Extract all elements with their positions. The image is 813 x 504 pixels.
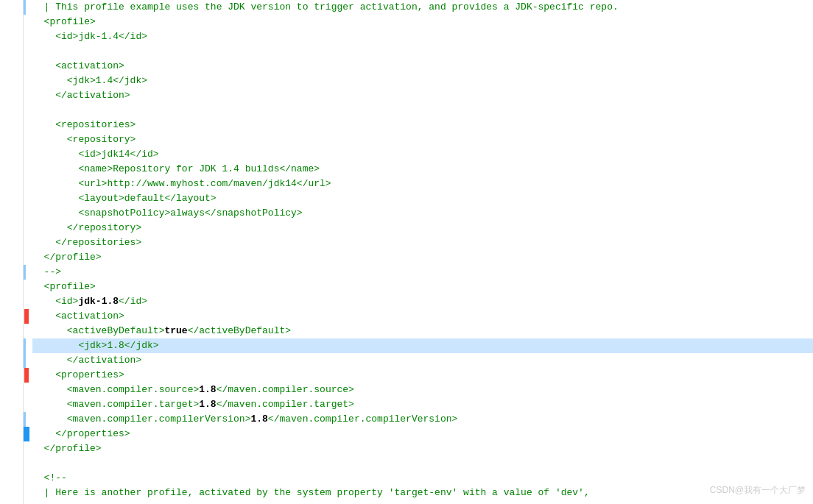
line-marker-4 xyxy=(24,353,26,368)
code-line-32 xyxy=(32,456,813,471)
code-line-3: <id>jdk-1.4</id> xyxy=(32,29,813,44)
tag-17: </repositories> xyxy=(32,237,141,248)
editor-container: | This profile example uses the JDK vers… xyxy=(0,0,813,504)
line-numbers xyxy=(0,0,24,504)
ln-3 xyxy=(3,29,17,44)
tag-26: <properties> xyxy=(32,369,124,380)
tag-13: <url>http://www.myhost.com/maven/jdk14</… xyxy=(32,178,331,189)
code-line-14: <layout>default</layout> xyxy=(32,191,813,206)
comment-19: --> xyxy=(32,266,61,277)
tag-29a: <maven.compiler.compilerVersion> xyxy=(32,414,250,425)
tag-16: </repository> xyxy=(32,222,141,233)
tag-12: <name>Repository for JDK 1.4 builds</nam… xyxy=(32,163,320,174)
ln-20 xyxy=(3,280,17,294)
code-line-8 xyxy=(32,103,813,118)
line-marker-2 xyxy=(24,265,26,280)
ln-7 xyxy=(3,88,17,103)
bookmark-marker xyxy=(24,427,29,441)
tag-30: </properties> xyxy=(32,428,130,439)
comment-34: | Here is another profile, activated by … xyxy=(32,487,590,498)
watermark: CSDN@我有一个大厂梦 xyxy=(710,484,806,497)
ln-1 xyxy=(3,0,17,15)
tag-28a: <maven.compiler.target> xyxy=(32,399,199,410)
tag-31: </profile> xyxy=(32,443,102,454)
code-line-31: </profile> xyxy=(32,441,813,456)
tag-2: <profile> xyxy=(32,16,96,27)
code-line-2: <profile> xyxy=(32,15,813,29)
tag-23a: <activeByDefault> xyxy=(32,325,164,336)
error-marker-2 xyxy=(24,368,29,383)
tag-25: </activation> xyxy=(32,355,141,366)
tag-9: <repositories> xyxy=(32,119,136,130)
tag-20: <profile> xyxy=(32,281,96,292)
code-line-33: <!-- xyxy=(32,471,813,486)
bold-21: jdk-1.8 xyxy=(78,296,119,307)
ln-33 xyxy=(3,471,17,486)
code-line-6: <jdk>1.4</jdk> xyxy=(32,74,813,88)
ln-13 xyxy=(3,177,17,191)
ln-30 xyxy=(3,427,17,441)
gutter xyxy=(24,0,29,504)
ln-10 xyxy=(3,132,17,147)
ln-11 xyxy=(3,147,17,162)
ln-31 xyxy=(3,441,17,456)
ln-23 xyxy=(3,324,17,338)
ln-32 xyxy=(3,456,17,471)
tag-15: <snapshotPolicy>always</snapshotPolicy> xyxy=(32,207,303,219)
code-line-21: <id>jdk-1.8</id> xyxy=(32,294,813,309)
bold-27: 1.8 xyxy=(199,384,216,395)
line-marker-3 xyxy=(24,338,26,353)
tag-11: <id>jdk14</id> xyxy=(32,149,159,160)
ln-27 xyxy=(3,383,17,397)
tag-27b: </maven.compiler.source> xyxy=(217,384,354,395)
ln-9 xyxy=(3,118,17,132)
ln-28 xyxy=(3,397,17,412)
tag-21b: </id> xyxy=(119,296,147,307)
tag-5: <activation> xyxy=(32,60,124,71)
code-line-34: | Here is another profile, activated by … xyxy=(32,486,813,500)
code-line-19: --> xyxy=(32,265,813,280)
code-line-17: </repositories> xyxy=(32,235,813,250)
code-line-24: <jdk>1.8</jdk> xyxy=(32,338,813,353)
code-line-9: <repositories> xyxy=(32,118,813,132)
line-marker-5 xyxy=(24,412,26,427)
ln-5 xyxy=(3,59,17,74)
code-line-16: </repository> xyxy=(32,221,813,235)
ln-26 xyxy=(3,368,17,383)
code-line-10: <repository> xyxy=(32,132,813,147)
ln-15 xyxy=(3,206,17,221)
code-line-29: <maven.compiler.compilerVersion>1.8</mav… xyxy=(32,412,813,427)
code-line-11: <id>jdk14</id> xyxy=(32,147,813,162)
tag-10: <repository> xyxy=(32,134,136,145)
code-line-7: </activation> xyxy=(32,88,813,103)
tag-22: <activation> xyxy=(32,310,124,322)
code-line-30: </properties> xyxy=(32,427,813,441)
code-line-28: <maven.compiler.target>1.8</maven.compil… xyxy=(32,397,813,412)
ln-2 xyxy=(3,15,17,29)
bold-29: 1.8 xyxy=(250,414,267,425)
code-line-22: <activation> xyxy=(32,309,813,324)
code-line-15: <snapshotPolicy>always</snapshotPolicy> xyxy=(32,206,813,221)
bold-28: 1.8 xyxy=(199,399,216,410)
comment-33: <!-- xyxy=(32,472,67,483)
code-line-25: </activation> xyxy=(32,353,813,368)
tag-21a: <id> xyxy=(32,296,78,307)
code-line-23: <activeByDefault>true</activeByDefault> xyxy=(32,324,813,338)
code-line-5: <activation> xyxy=(32,59,813,74)
ln-25 xyxy=(3,353,17,368)
code-area[interactable]: | This profile example uses the JDK vers… xyxy=(29,0,813,504)
code-line-4 xyxy=(32,44,813,59)
tag-18: </profile> xyxy=(32,252,102,263)
ln-24 xyxy=(3,338,17,353)
ln-17 xyxy=(3,235,17,250)
ln-16 xyxy=(3,221,17,235)
tag-14: <layout>default</layout> xyxy=(32,193,217,204)
ln-4 xyxy=(3,44,17,59)
code-line-1: | This profile example uses the JDK vers… xyxy=(32,0,813,15)
tag-6: <jdk>1.4</jdk> xyxy=(32,75,147,86)
bold-23: true xyxy=(164,325,187,336)
code-line-27: <maven.compiler.source>1.8</maven.compil… xyxy=(32,383,813,397)
code-line-26: <properties> xyxy=(32,368,813,383)
ln-12 xyxy=(3,162,17,177)
tag-24: <jdk>1.8</jdk> xyxy=(32,340,159,351)
